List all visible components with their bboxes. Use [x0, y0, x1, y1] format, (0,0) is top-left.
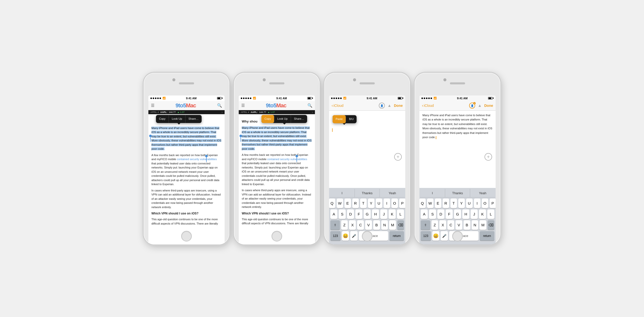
key-c-4[interactable]: C	[447, 220, 454, 230]
share-btn-1[interactable]: Share…	[185, 115, 202, 123]
key-l-3[interactable]: L	[397, 209, 404, 219]
key-b-4[interactable]: B	[464, 220, 470, 230]
key-s-4[interactable]: S	[429, 209, 436, 219]
key-y-4[interactable]: Y	[458, 199, 465, 208]
share-icon-3[interactable]: ▲	[387, 103, 391, 108]
copy-btn-2[interactable]: Copy	[261, 115, 274, 123]
done-btn-4[interactable]: Done	[484, 104, 493, 108]
key-l-4[interactable]: L	[487, 209, 494, 219]
look-up-btn-1[interactable]: Look Up	[169, 115, 185, 123]
key-j-3[interactable]: J	[380, 209, 387, 219]
key-e-3[interactable]: E	[344, 199, 351, 208]
key-m-4[interactable]: M	[479, 220, 486, 230]
key-s-3[interactable]: S	[339, 209, 346, 219]
key-u-3[interactable]: U	[376, 199, 382, 208]
key-a-3[interactable]: A	[330, 209, 337, 219]
key-f-4[interactable]: F	[446, 209, 453, 219]
key-n-4[interactable]: N	[472, 220, 478, 230]
suggestion-i-3[interactable]: I	[330, 189, 355, 197]
key-mic-4[interactable]: 🎤	[441, 231, 448, 241]
bold-btn-3[interactable]: B/U	[346, 115, 357, 123]
notes-back-3[interactable]: ‹ iCloud	[332, 103, 343, 108]
suggestion-thanks-4[interactable]: Thanks	[445, 189, 470, 197]
key-u-4[interactable]: U	[466, 199, 473, 208]
key-d-3[interactable]: D	[347, 209, 354, 219]
key-h-4[interactable]: H	[462, 209, 469, 219]
key-j-4[interactable]: J	[471, 209, 478, 219]
person-icon-4[interactable]: 👤 1	[469, 103, 475, 109]
key-p-4[interactable]: P	[490, 199, 496, 208]
key-d-4[interactable]: D	[437, 209, 444, 219]
key-i-4[interactable]: I	[474, 199, 480, 208]
menu-icon-2[interactable]: ☰	[241, 103, 245, 108]
key-i-3[interactable]: I	[384, 199, 390, 208]
key-f-3[interactable]: F	[355, 209, 362, 219]
key-return-4[interactable]: return	[480, 231, 494, 241]
key-shift-4[interactable]: ⇧	[421, 220, 430, 230]
share-btn-2[interactable]: Share…	[291, 115, 307, 123]
plus-btn-4[interactable]: +	[485, 153, 492, 161]
key-a-4[interactable]: A	[421, 209, 428, 219]
key-emoji-4[interactable]: 😀	[432, 231, 440, 241]
key-mic-3[interactable]: 🎤	[350, 231, 358, 241]
person-icon-3[interactable]: 👤	[379, 103, 385, 109]
key-e-4[interactable]: E	[435, 199, 441, 208]
notes-content-3[interactable]: Paste B/U +	[329, 111, 405, 188]
key-z-3[interactable]: Z	[341, 220, 348, 230]
key-x-4[interactable]: X	[439, 220, 446, 230]
home-btn-1[interactable]	[181, 231, 192, 241]
key-m-3[interactable]: M	[389, 220, 396, 230]
notes-back-4[interactable]: ‹ iCloud	[422, 103, 434, 108]
search-icon-2[interactable]: 🔍	[307, 103, 312, 108]
key-n-3[interactable]: N	[381, 220, 388, 230]
key-g-4[interactable]: G	[454, 209, 461, 219]
key-o-4[interactable]: O	[482, 199, 488, 208]
suggestion-yeah-3[interactable]: Yeah	[380, 189, 405, 197]
suggestion-yeah-4[interactable]: Yeah	[470, 189, 495, 197]
key-c-3[interactable]: C	[357, 220, 364, 230]
key-o-3[interactable]: O	[391, 199, 398, 208]
key-r-3[interactable]: R	[352, 199, 359, 208]
key-shift-3[interactable]: ⇧	[330, 220, 340, 230]
key-delete-4[interactable]: ⌫	[488, 220, 494, 230]
home-btn-3[interactable]	[362, 231, 372, 241]
key-y-3[interactable]: Y	[368, 199, 374, 208]
key-k-4[interactable]: K	[479, 209, 486, 219]
link-1[interactable]: contained security vulnerabilities	[177, 158, 217, 161]
key-w-4[interactable]: W	[427, 199, 434, 208]
key-numbers-3[interactable]: 123	[330, 231, 341, 241]
share-icon-4[interactable]: ▲	[478, 103, 482, 108]
home-btn-4[interactable]	[452, 231, 463, 241]
notes-content-4[interactable]: Many iPhone and iPad users have come to …	[419, 111, 496, 188]
key-delete-3[interactable]: ⌫	[397, 220, 404, 230]
key-z-4[interactable]: Z	[432, 220, 438, 230]
menu-icon-1[interactable]: ☰	[151, 103, 154, 108]
key-b-3[interactable]: B	[373, 220, 380, 230]
key-x-3[interactable]: X	[349, 220, 356, 230]
done-btn-3[interactable]: Done	[394, 104, 403, 108]
key-p-3[interactable]: P	[399, 199, 406, 208]
key-v-3[interactable]: V	[365, 220, 372, 230]
suggestion-i-4[interactable]: I	[420, 189, 445, 197]
key-w-3[interactable]: W	[337, 199, 343, 208]
key-q-4[interactable]: Q	[419, 199, 426, 208]
suggestion-thanks-3[interactable]: Thanks	[355, 189, 380, 197]
key-t-3[interactable]: T	[360, 199, 367, 208]
plus-btn-3[interactable]: +	[394, 153, 402, 161]
key-t-4[interactable]: T	[450, 199, 457, 208]
key-return-3[interactable]: return	[389, 231, 404, 241]
key-h-3[interactable]: H	[372, 209, 379, 219]
search-icon-1[interactable]: 🔍	[217, 103, 222, 108]
key-g-3[interactable]: G	[364, 209, 371, 219]
key-v-4[interactable]: V	[455, 220, 462, 230]
paste-btn-3[interactable]: Paste	[333, 115, 346, 123]
key-emoji-3[interactable]: 😀	[342, 231, 349, 241]
key-q-3[interactable]: Q	[329, 199, 335, 208]
key-k-3[interactable]: K	[389, 209, 396, 219]
link-2[interactable]: contained security vulnerabilities	[267, 158, 307, 161]
key-numbers-4[interactable]: 123	[421, 231, 431, 241]
copy-btn-1[interactable]: Copy	[156, 115, 169, 123]
key-r-4[interactable]: R	[443, 199, 449, 208]
look-up-btn-2[interactable]: Look Up	[274, 115, 291, 123]
home-btn-2[interactable]	[272, 231, 282, 241]
